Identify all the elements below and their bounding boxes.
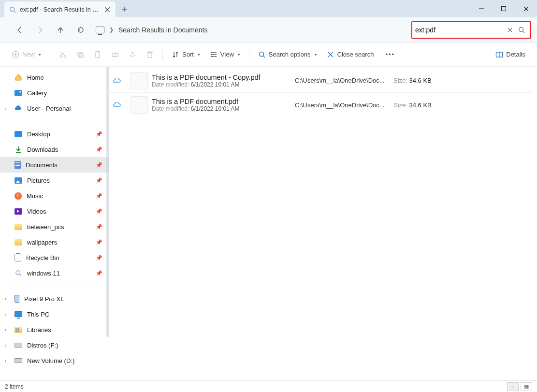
svg-point-34 (211, 54, 212, 55)
more-icon: ••• (385, 51, 395, 58)
pin-icon[interactable]: 📌 (96, 162, 102, 168)
breadcrumb[interactable]: Search Results in Documents (118, 26, 207, 34)
details-label: Details (506, 51, 525, 58)
sidebar-item-libraries[interactable]: ›Libraries (0, 322, 109, 337)
sidebar-item-label: Recycle Bin (26, 254, 59, 261)
close-icon[interactable] (104, 6, 111, 13)
search-options-label: Search options (269, 51, 311, 58)
music-icon (15, 192, 22, 200)
cloud-icon (15, 104, 22, 112)
share-icon (129, 51, 136, 58)
disk-icon (15, 343, 22, 348)
sidebar-item-label: Gallery (27, 89, 47, 97)
video-icon (15, 208, 22, 215)
sidebar-item-label: User - Personal (27, 105, 71, 112)
sidebar-item-pictures[interactable]: Pictures📌 (0, 173, 109, 188)
maximize-button[interactable] (493, 0, 515, 17)
svg-rect-27 (148, 53, 152, 58)
sidebar-item-between-pcs[interactable]: between_pcs📌 (0, 219, 109, 234)
sidebar-item-label: This PC (27, 311, 49, 318)
sidebar-item-windows11[interactable]: windows 11📌 (0, 265, 109, 281)
window-tab[interactable]: ext:pdf - Search Results in Doc (4, 1, 116, 17)
sidebar-item-new-volume[interactable]: ›New Volume (D:) (0, 353, 109, 368)
sidebar-item-videos[interactable]: Videos📌 (0, 203, 109, 219)
search-submit-icon[interactable] (516, 27, 527, 33)
sort-button[interactable]: Sort▾ (168, 46, 204, 63)
more-button[interactable]: ••• (379, 46, 401, 63)
result-row[interactable]: This is a PDF document.pdf Date modified… (109, 93, 532, 117)
file-thumbnail (131, 72, 148, 89)
pin-icon[interactable]: 📌 (96, 177, 102, 184)
pin-icon[interactable]: 📌 (96, 193, 102, 199)
chevron-right-icon[interactable]: › (5, 106, 6, 111)
monitor-icon (96, 27, 104, 33)
search-input[interactable] (415, 26, 504, 34)
pin-icon[interactable]: 📌 (96, 255, 102, 261)
pin-icon[interactable]: 📌 (96, 270, 102, 276)
close-window-button[interactable] (515, 0, 537, 17)
gallery-icon (15, 90, 22, 96)
close-icon (327, 51, 334, 58)
sidebar-item-home[interactable]: Home (0, 70, 109, 85)
minimize-button[interactable] (470, 0, 493, 17)
sidebar-item-documents[interactable]: Documents📌 (0, 157, 109, 173)
pin-icon[interactable]: 📌 (96, 224, 102, 230)
sidebar-item-desktop[interactable]: Desktop📌 (0, 126, 109, 142)
svg-point-42 (15, 270, 19, 274)
sidebar-item-recycle-bin[interactable]: Recycle Bin📌 (0, 250, 109, 265)
sidebar-item-label: Pictures (27, 177, 50, 184)
copy-button[interactable] (73, 46, 88, 63)
sidebar-item-music[interactable]: Music📌 (0, 188, 109, 203)
cut-button[interactable] (55, 46, 71, 63)
sort-icon (172, 51, 179, 58)
statusbar: 2 items ≡ ▦ (0, 380, 537, 392)
address-bar[interactable]: ❯ Search Results in Documents (93, 26, 407, 34)
sidebar-item-downloads[interactable]: Downloads📌 (0, 142, 109, 157)
view-label: View (220, 51, 234, 58)
svg-line-13 (523, 31, 525, 33)
refresh-button[interactable] (73, 22, 89, 38)
sidebar-item-pixel[interactable]: ›Pixel 9 Pro XL (0, 291, 109, 306)
chevron-right-icon[interactable]: › (5, 296, 6, 302)
trash-icon (146, 51, 154, 58)
sidebar-item-label: windows 11 (27, 270, 60, 277)
chevron-right-icon[interactable]: › (5, 327, 6, 333)
back-button[interactable] (12, 22, 28, 38)
search-box[interactable] (411, 21, 531, 39)
result-row[interactable]: This is a PDF document - Copy.pdf Date m… (109, 69, 532, 93)
pin-icon[interactable]: 📌 (96, 208, 102, 215)
sidebar-item-gallery[interactable]: Gallery (0, 85, 109, 101)
chevron-right-icon[interactable]: › (5, 343, 6, 348)
chevron-right-icon[interactable]: › (5, 312, 6, 317)
view-button[interactable]: View▾ (206, 46, 244, 63)
close-search-button[interactable]: Close search (323, 46, 378, 63)
clear-search-icon[interactable] (504, 27, 516, 33)
up-button[interactable] (52, 22, 69, 38)
document-icon (15, 161, 21, 169)
search-options-button[interactable]: Search options▾ (254, 46, 321, 63)
delete-button[interactable] (142, 46, 158, 63)
new-tab-button[interactable] (116, 1, 133, 17)
chevron-down-icon: ▾ (39, 52, 41, 57)
pin-icon[interactable]: 📌 (96, 146, 102, 153)
sidebar-item-this-pc[interactable]: ›This PC (0, 306, 109, 322)
scrollbar[interactable] (106, 67, 109, 337)
details-view-button[interactable]: ≡ (507, 382, 519, 391)
paste-button[interactable] (90, 46, 105, 63)
pin-icon[interactable]: 📌 (96, 131, 102, 137)
sidebar-item-distros[interactable]: ›Distros (F:) (0, 337, 109, 353)
sidebar-item-user[interactable]: ›User - Personal (0, 101, 109, 116)
chevron-right-icon[interactable]: › (5, 358, 6, 363)
separator (7, 286, 102, 286)
pin-icon[interactable]: 📌 (96, 239, 102, 246)
details-pane-button[interactable]: Details (492, 46, 529, 63)
share-button[interactable] (125, 46, 140, 63)
sidebar-item-label: New Volume (D:) (27, 357, 74, 364)
new-button[interactable]: New ▾ (8, 46, 45, 63)
sidebar-item-wallpapers[interactable]: wallpapers📌 (0, 234, 109, 250)
results-list: This is a PDF document - Copy.pdf Date m… (109, 67, 537, 380)
sidebar: Home Gallery ›User - Personal Desktop📌 D… (0, 67, 109, 380)
rename-button[interactable] (107, 46, 123, 63)
thumbnails-view-button[interactable]: ▦ (521, 382, 532, 391)
forward-button[interactable] (32, 22, 48, 38)
